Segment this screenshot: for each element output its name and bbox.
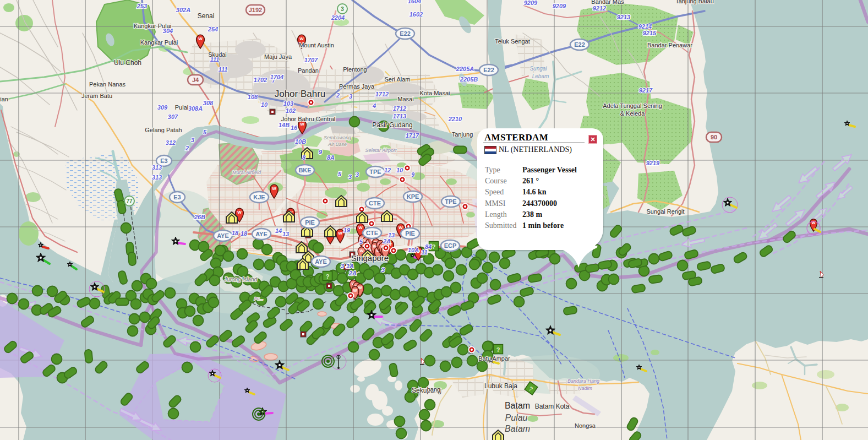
- svg-text:1717: 1717: [406, 132, 419, 139]
- svg-text:108: 108: [248, 94, 258, 100]
- svg-text:Batam Kota: Batam Kota: [535, 403, 570, 410]
- svg-text:W: W: [300, 122, 304, 127]
- svg-text:Skudai: Skudai: [208, 51, 227, 58]
- svg-text:13: 13: [388, 232, 395, 238]
- svg-text:Nadim: Nadim: [578, 385, 593, 391]
- svg-text:19: 19: [343, 227, 351, 233]
- svg-text:18: 18: [241, 230, 248, 237]
- svg-text:103: 103: [283, 100, 293, 107]
- svg-text:2: 2: [336, 92, 340, 99]
- svg-text:BKE: BKE: [298, 167, 311, 173]
- svg-text:13: 13: [282, 231, 289, 237]
- svg-text:1702: 1702: [254, 77, 267, 83]
- svg-text:253: 253: [137, 3, 147, 9]
- svg-text:1707: 1707: [304, 57, 318, 63]
- svg-text:312: 312: [166, 139, 176, 146]
- svg-text:18: 18: [232, 230, 239, 236]
- svg-text:Permas Jaya: Permas Jaya: [339, 83, 375, 90]
- svg-text:Pu...: Pu...: [254, 296, 263, 301]
- svg-text:Maju Jaya: Maju Jaya: [264, 53, 292, 60]
- svg-text:3: 3: [381, 267, 385, 273]
- svg-text:2: 2: [185, 145, 189, 151]
- svg-text:J192: J192: [249, 7, 262, 13]
- svg-text:5: 5: [338, 171, 342, 177]
- svg-text:W: W: [358, 225, 363, 230]
- svg-text:Pandan: Pandan: [298, 67, 319, 74]
- svg-text:313: 313: [152, 174, 162, 181]
- svg-text:Nongsa: Nongsa: [575, 422, 596, 429]
- svg-text:W: W: [359, 248, 364, 253]
- svg-text:Seri Alam: Seri Alam: [384, 76, 410, 83]
- svg-text:1704: 1704: [270, 74, 283, 80]
- svg-text:W: W: [812, 220, 816, 225]
- svg-text:Pasir Gudang: Pasir Gudang: [372, 121, 412, 129]
- svg-text:5: 5: [359, 238, 363, 245]
- svg-text:313: 313: [152, 164, 162, 171]
- svg-text:Adela Tunggal Sening: Adela Tunggal Sening: [603, 102, 662, 109]
- svg-text:254: 254: [208, 26, 218, 32]
- svg-text:9209: 9209: [524, 0, 538, 6]
- svg-text:W: W: [272, 186, 276, 191]
- svg-text:E22: E22: [400, 30, 411, 37]
- svg-text:TPE: TPE: [369, 169, 381, 175]
- svg-text:E22: E22: [574, 41, 585, 48]
- svg-text:W: W: [198, 36, 203, 41]
- svg-text:9212: 9212: [593, 5, 606, 12]
- svg-text:Bandar Penawar: Bandar Penawar: [647, 42, 692, 48]
- svg-text:2210: 2210: [448, 116, 462, 122]
- svg-text:E3: E3: [173, 194, 181, 200]
- svg-text:111: 111: [219, 66, 228, 73]
- svg-text:ECP: ECP: [444, 242, 457, 249]
- svg-text:Pekan Nanas: Pekan Nanas: [89, 81, 126, 88]
- svg-text:Plentong: Plentong: [343, 66, 367, 73]
- svg-text:8A: 8A: [327, 154, 335, 161]
- svg-text:Jeram Batu: Jeram Batu: [81, 93, 112, 99]
- svg-text:& Keleda: & Keleda: [620, 110, 646, 117]
- svg-text:2A: 2A: [348, 270, 357, 276]
- svg-text:4: 4: [372, 102, 376, 109]
- svg-text:Pulau: Pulau: [505, 413, 528, 422]
- svg-text:307: 307: [168, 113, 178, 120]
- svg-text:Lubuk Baja: Lubuk Baja: [484, 382, 517, 390]
- svg-text:308A: 308A: [188, 105, 203, 112]
- svg-text:Mount Austin: Mount Austin: [299, 42, 334, 48]
- svg-text:3: 3: [356, 171, 359, 178]
- svg-text:Seletar Airport: Seletar Airport: [365, 148, 397, 153]
- svg-text:3: 3: [341, 263, 344, 269]
- svg-text:14: 14: [275, 227, 282, 234]
- svg-text:Sembawang: Sembawang: [324, 135, 351, 140]
- svg-text:10A: 10A: [408, 247, 419, 253]
- svg-text:Sungai: Sungai: [529, 66, 547, 72]
- svg-text:Senai: Senai: [198, 12, 215, 20]
- svg-text:Batu Ampar: Batu Ampar: [478, 355, 510, 362]
- svg-text:9209: 9209: [553, 3, 566, 9]
- svg-text:Teluk Sengat: Teluk Sengat: [495, 38, 530, 45]
- svg-text:Batam: Batam: [505, 424, 530, 433]
- svg-text:1602: 1602: [410, 11, 423, 18]
- svg-text:PIE: PIE: [405, 230, 415, 237]
- svg-text:9215: 9215: [643, 30, 657, 36]
- svg-text:Lebam: Lebam: [532, 73, 549, 79]
- svg-text:TPE: TPE: [445, 198, 456, 205]
- svg-text:W: W: [237, 210, 242, 215]
- svg-text:77: 77: [126, 198, 133, 204]
- svg-text:J4: J4: [192, 77, 199, 83]
- svg-text:309: 309: [157, 104, 168, 111]
- svg-text:1712: 1712: [375, 91, 389, 97]
- svg-text:Gelang Patah: Gelang Patah: [145, 127, 182, 133]
- svg-text:8: 8: [302, 154, 306, 161]
- svg-text:Johor Bahru: Johor Bahru: [275, 89, 326, 99]
- svg-text:1712: 1712: [393, 105, 406, 112]
- svg-text:Kangkar Pulai: Kangkar Pulai: [134, 23, 172, 29]
- svg-text:W: W: [299, 36, 304, 41]
- svg-text:KJE: KJE: [253, 194, 265, 200]
- svg-text:9219: 9219: [646, 160, 660, 166]
- svg-text:AYE: AYE: [315, 258, 327, 265]
- svg-text:90: 90: [711, 134, 717, 140]
- svg-text:16: 16: [291, 124, 298, 131]
- svg-text:1713: 1713: [393, 113, 406, 119]
- svg-text:9213: 9213: [617, 14, 630, 20]
- svg-text:9217: 9217: [639, 87, 653, 94]
- svg-text:5: 5: [203, 129, 207, 135]
- svg-text:2205B: 2205B: [460, 76, 478, 83]
